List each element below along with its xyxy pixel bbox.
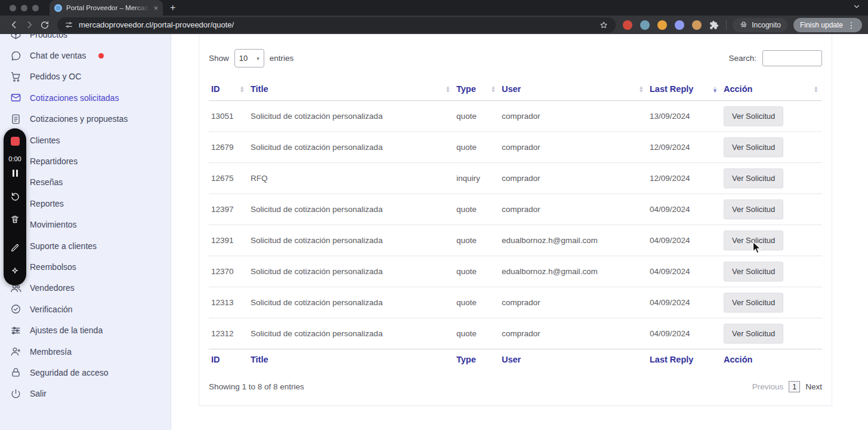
cell-last-reply: 04/09/2024 xyxy=(647,256,721,287)
extension-icon-4[interactable] xyxy=(675,20,684,30)
col-header-type[interactable]: Type▴▾ xyxy=(454,78,499,100)
cell-title: Solicitud de cotización personalizada xyxy=(248,131,454,162)
cell-title: Solicitud de cotización personalizada xyxy=(248,287,454,318)
browser-tab[interactable]: Portal Proveedor – MercadoP × xyxy=(50,0,163,16)
new-tab-button[interactable]: + xyxy=(170,3,175,13)
table-controls: Show 10 ▾ entries Search: xyxy=(209,49,822,67)
cell-title: Solicitud de cotización personalizada xyxy=(248,225,454,256)
cell-user: comprador xyxy=(499,100,647,131)
col-header-user[interactable]: User▴▾ xyxy=(499,78,647,100)
forward-button[interactable] xyxy=(21,17,37,33)
minimize-window-button[interactable] xyxy=(21,5,27,11)
maximize-window-button[interactable] xyxy=(32,5,39,11)
entries-select[interactable]: 10 ▾ xyxy=(234,49,264,67)
ver-solicitud-button[interactable]: Ver Solicitud xyxy=(724,324,783,343)
cell-last-reply: 04/09/2024 xyxy=(647,194,721,225)
sort-icon: ▴▾ xyxy=(814,85,817,93)
power-icon xyxy=(10,388,21,400)
cell-user: comprador xyxy=(499,318,647,349)
col-header-id[interactable]: ID▴▾ xyxy=(209,78,248,100)
site-settings-icon[interactable] xyxy=(64,20,73,29)
browser-window: Portal Proveedor – MercadoP × + mercadop… xyxy=(0,0,868,430)
check-circle-icon xyxy=(10,303,21,315)
envelope-icon xyxy=(10,92,21,103)
table-row: 12679 Solicitud de cotización personaliz… xyxy=(209,131,822,162)
extension-icon-2[interactable] xyxy=(640,20,650,30)
sidebar-item-membresia[interactable]: Membresía xyxy=(0,341,171,362)
toolbar-divider xyxy=(726,20,727,30)
reload-button[interactable] xyxy=(37,17,52,33)
table-row: 12370 Solicitud de cotización personaliz… xyxy=(209,256,822,287)
draw-tool-button[interactable] xyxy=(10,243,20,253)
ver-solicitud-button[interactable]: Ver Solicitud xyxy=(724,293,783,312)
extensions-puzzle-icon[interactable] xyxy=(709,20,719,30)
cell-id: 13051 xyxy=(209,100,248,131)
sidebar-item-verificacion[interactable]: Verificación xyxy=(0,299,171,320)
chevron-down-icon[interactable] xyxy=(852,2,861,11)
sidebar-item-cotizaciones-solicitadas[interactable]: Cotizaciones solicitadas xyxy=(0,87,171,108)
previous-page-button[interactable]: Previous xyxy=(752,382,784,391)
table-row: 12312 Solicitud de cotización personaliz… xyxy=(209,318,822,349)
delete-recording-button[interactable] xyxy=(10,214,20,224)
clipboard-icon xyxy=(10,113,21,125)
ver-solicitud-button[interactable]: Ver Solicitud xyxy=(724,168,783,188)
extension-icon-1[interactable] xyxy=(623,20,632,30)
tab-close-icon[interactable]: × xyxy=(153,4,158,12)
restart-recording-button[interactable] xyxy=(10,191,20,201)
extension-icon-3[interactable] xyxy=(657,20,667,30)
stop-recording-button[interactable] xyxy=(11,137,20,146)
cell-type: quote xyxy=(454,225,499,256)
cell-id: 12370 xyxy=(209,256,248,287)
sidebar-item-vendedores[interactable]: Vendedores xyxy=(0,278,171,299)
col-header-accion[interactable]: Acción▴▾ xyxy=(721,78,822,100)
box-icon xyxy=(10,34,21,40)
search-label: Search: xyxy=(728,54,756,63)
tab-title: Portal Proveedor – MercadoP xyxy=(66,4,149,11)
bookmark-star-icon[interactable] xyxy=(599,20,608,30)
extension-icon-5[interactable] xyxy=(692,20,702,30)
table-row: 12397 Solicitud de cotización personaliz… xyxy=(209,194,822,225)
sidebar-item-chat-de-ventas[interactable]: Chat de ventas xyxy=(0,45,171,66)
ver-solicitud-button[interactable]: Ver Solicitud xyxy=(724,262,783,281)
close-window-button[interactable] xyxy=(10,5,16,11)
table-row: 12391 Solicitud de cotización personaliz… xyxy=(209,225,822,256)
quotes-table-card: Show 10 ▾ entries Search: xyxy=(199,34,832,406)
sidebar-item-productos[interactable]: Productos xyxy=(0,34,171,45)
main-content: Show 10 ▾ entries Search: xyxy=(172,34,868,430)
ver-solicitud-button[interactable]: Ver Solicitud xyxy=(724,137,783,157)
sort-icon: ▴▾ xyxy=(240,85,243,93)
page-1-button[interactable]: 1 xyxy=(789,381,800,392)
pause-recording-button[interactable] xyxy=(13,170,18,177)
footer-col-title: Title xyxy=(248,349,454,370)
notification-badge xyxy=(98,53,104,59)
sidebar-item-salir[interactable]: Salir xyxy=(0,383,171,404)
sidebar-item-seguridad-de-acceso[interactable]: Seguridad de acceso xyxy=(0,362,171,383)
sort-desc-icon: ▴▾ xyxy=(713,85,716,93)
cell-last-reply: 04/09/2024 xyxy=(647,318,721,349)
cell-user: comprador xyxy=(499,287,647,318)
col-header-last-reply[interactable]: Last Reply▴▾ xyxy=(647,78,721,100)
cell-type: quote xyxy=(454,287,499,318)
cell-id: 12312 xyxy=(209,318,248,349)
screen-recorder-widget[interactable]: 0:00 xyxy=(4,128,26,285)
finish-update-button[interactable]: Finish update ⋮ xyxy=(793,18,862,32)
cell-last-reply: 04/09/2024 xyxy=(647,287,721,318)
cell-type: quote xyxy=(454,318,499,349)
cell-last-reply: 12/09/2024 xyxy=(647,162,721,194)
sidebar-item-cotizaciones-y-propuestas[interactable]: Cotizaciones y propuestas xyxy=(0,109,171,130)
search-input[interactable] xyxy=(762,50,822,66)
back-button[interactable] xyxy=(6,17,21,33)
col-header-title[interactable]: Title▴▾ xyxy=(248,78,454,100)
sidebar-item-ajustes-de-la-tienda[interactable]: Ajustes de la tienda xyxy=(0,320,171,340)
extensions-row xyxy=(623,20,719,30)
next-page-button[interactable]: Next xyxy=(805,382,822,391)
effects-button[interactable] xyxy=(10,266,20,276)
ver-solicitud-button[interactable]: Ver Solicitud xyxy=(724,106,783,126)
cell-type: inquiry xyxy=(454,162,499,194)
address-bar[interactable]: mercadoproveedor.cl/portal-proveedor/quo… xyxy=(57,17,616,33)
ver-solicitud-button[interactable]: Ver Solicitud xyxy=(724,199,783,219)
sidebar-item-pedidos-y-oc[interactable]: Pedidos y OC xyxy=(0,66,171,87)
cell-user: comprador xyxy=(499,194,647,225)
browser-menu-icon[interactable]: ⋮ xyxy=(847,21,855,29)
ver-solicitud-button[interactable]: Ver Solicitud xyxy=(724,231,783,250)
